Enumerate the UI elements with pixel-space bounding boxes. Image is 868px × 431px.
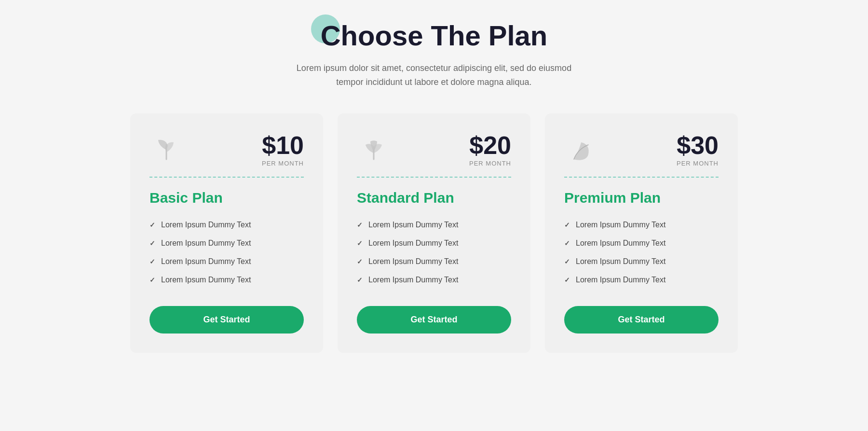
feature-item: ✓ Lorem Ipsum Dummy Text	[357, 234, 511, 252]
check-icon: ✓	[357, 258, 363, 265]
divider	[564, 177, 719, 178]
feature-text: Lorem Ipsum Dummy Text	[161, 257, 251, 266]
feature-item: ✓ Lorem Ipsum Dummy Text	[149, 252, 304, 271]
divider	[149, 177, 304, 178]
plan-name: Premium Plan	[564, 190, 719, 206]
get-started-button[interactable]: Get Started	[357, 306, 511, 334]
feature-item: ✓ Lorem Ipsum Dummy Text	[149, 271, 304, 289]
check-icon: ✓	[149, 258, 155, 265]
price-section: $20 PER MONTH	[469, 133, 511, 167]
price-amount: $30	[677, 133, 719, 158]
features-list: ✓ Lorem Ipsum Dummy Text ✓ Lorem Ipsum D…	[149, 216, 304, 289]
plan-icon-basic	[149, 133, 183, 167]
feature-text: Lorem Ipsum Dummy Text	[368, 257, 458, 266]
header-section: Choose The Plan Lorem ipsum dolor sit am…	[285, 19, 583, 89]
plan-icon-premium	[564, 133, 598, 167]
feature-text: Lorem Ipsum Dummy Text	[161, 221, 251, 229]
divider	[357, 177, 511, 178]
per-month-label: PER MONTH	[262, 160, 304, 167]
feature-item: ✓ Lorem Ipsum Dummy Text	[564, 252, 719, 271]
plans-container: $10 PER MONTH Basic Plan ✓ Lorem Ipsum D…	[96, 113, 772, 353]
feature-item: ✓ Lorem Ipsum Dummy Text	[564, 234, 719, 252]
per-month-label: PER MONTH	[677, 160, 719, 167]
check-icon: ✓	[149, 221, 155, 229]
plan-card-basic: $10 PER MONTH Basic Plan ✓ Lorem Ipsum D…	[130, 113, 323, 353]
price-amount: $20	[469, 133, 511, 158]
feature-text: Lorem Ipsum Dummy Text	[368, 276, 458, 284]
feature-item: ✓ Lorem Ipsum Dummy Text	[357, 252, 511, 271]
plan-header: $30 PER MONTH	[564, 133, 719, 167]
features-list: ✓ Lorem Ipsum Dummy Text ✓ Lorem Ipsum D…	[564, 216, 719, 289]
feature-item: ✓ Lorem Ipsum Dummy Text	[149, 234, 304, 252]
check-icon: ✓	[357, 239, 363, 247]
check-icon: ✓	[357, 276, 363, 284]
plan-header: $10 PER MONTH	[149, 133, 304, 167]
price-amount: $10	[262, 133, 304, 158]
feature-text: Lorem Ipsum Dummy Text	[576, 239, 665, 248]
feature-text: Lorem Ipsum Dummy Text	[368, 221, 458, 229]
title-wrapper: Choose The Plan	[321, 19, 548, 52]
feature-item: ✓ Lorem Ipsum Dummy Text	[564, 216, 719, 234]
get-started-button[interactable]: Get Started	[149, 306, 304, 334]
plan-icon-standard	[357, 133, 391, 167]
plan-name: Standard Plan	[357, 190, 511, 206]
check-icon: ✓	[564, 239, 570, 247]
feature-text: Lorem Ipsum Dummy Text	[576, 276, 665, 284]
feature-item: ✓ Lorem Ipsum Dummy Text	[357, 216, 511, 234]
get-started-button[interactable]: Get Started	[564, 306, 719, 334]
per-month-label: PER MONTH	[469, 160, 511, 167]
check-icon: ✓	[564, 276, 570, 284]
subtitle: Lorem ipsum dolor sit amet, consectetur …	[285, 61, 583, 89]
feature-item: ✓ Lorem Ipsum Dummy Text	[564, 271, 719, 289]
feature-text: Lorem Ipsum Dummy Text	[576, 257, 665, 266]
check-icon: ✓	[149, 239, 155, 247]
feature-text: Lorem Ipsum Dummy Text	[576, 221, 665, 229]
features-list: ✓ Lorem Ipsum Dummy Text ✓ Lorem Ipsum D…	[357, 216, 511, 289]
check-icon: ✓	[149, 276, 155, 284]
check-icon: ✓	[357, 221, 363, 229]
price-section: $10 PER MONTH	[262, 133, 304, 167]
feature-text: Lorem Ipsum Dummy Text	[161, 276, 251, 284]
plan-card-premium: $30 PER MONTH Premium Plan ✓ Lorem Ipsum…	[545, 113, 738, 353]
plan-card-standard: $20 PER MONTH Standard Plan ✓ Lorem Ipsu…	[338, 113, 530, 353]
feature-item: ✓ Lorem Ipsum Dummy Text	[357, 271, 511, 289]
plan-header: $20 PER MONTH	[357, 133, 511, 167]
check-icon: ✓	[564, 258, 570, 265]
plan-name: Basic Plan	[149, 190, 304, 206]
feature-item: ✓ Lorem Ipsum Dummy Text	[149, 216, 304, 234]
feature-text: Lorem Ipsum Dummy Text	[368, 239, 458, 248]
feature-text: Lorem Ipsum Dummy Text	[161, 239, 251, 248]
page-title: Choose The Plan	[321, 19, 548, 52]
price-section: $30 PER MONTH	[677, 133, 719, 167]
check-icon: ✓	[564, 221, 570, 229]
